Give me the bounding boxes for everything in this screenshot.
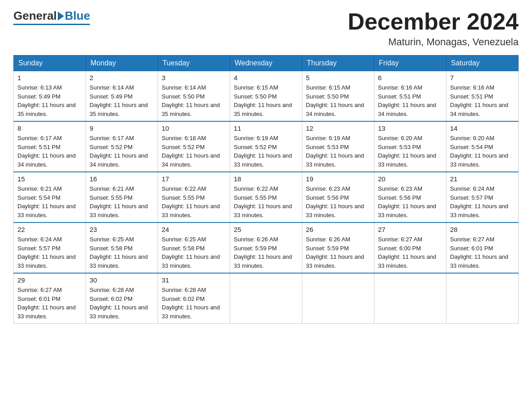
day-number: 29 [17,276,82,284]
table-row [374,273,446,324]
table-row: 24Sunrise: 6:25 AMSunset: 5:58 PMDayligh… [158,223,230,273]
day-info: Sunrise: 6:27 AMSunset: 6:01 PMDaylight:… [17,286,82,321]
table-row: 18Sunrise: 6:22 AMSunset: 5:55 PMDayligh… [230,172,302,223]
table-row: 20Sunrise: 6:23 AMSunset: 5:56 PMDayligh… [374,172,446,223]
day-number: 8 [17,124,82,132]
day-number: 6 [378,74,442,81]
day-number: 10 [162,124,226,132]
header-sunday: Sunday [14,56,86,71]
table-row: 7Sunrise: 6:16 AMSunset: 5:51 PMDaylight… [446,71,519,122]
day-info: Sunrise: 6:18 AMSunset: 5:52 PMDaylight:… [162,134,226,169]
table-row: 25Sunrise: 6:26 AMSunset: 5:59 PMDayligh… [230,223,302,273]
header-wednesday: Wednesday [230,56,302,71]
day-info: Sunrise: 6:15 AMSunset: 5:50 PMDaylight:… [306,83,370,118]
table-row: 11Sunrise: 6:19 AMSunset: 5:52 PMDayligh… [230,121,302,172]
table-row: 29Sunrise: 6:27 AMSunset: 6:01 PMDayligh… [14,273,86,324]
day-info: Sunrise: 6:20 AMSunset: 5:54 PMDaylight:… [450,134,515,169]
day-info: Sunrise: 6:16 AMSunset: 5:51 PMDaylight:… [378,83,442,118]
table-row: 10Sunrise: 6:18 AMSunset: 5:52 PMDayligh… [158,121,230,172]
table-row: 6Sunrise: 6:16 AMSunset: 5:51 PMDaylight… [374,71,446,122]
day-number: 4 [234,74,298,81]
table-row: 16Sunrise: 6:21 AMSunset: 5:55 PMDayligh… [86,172,158,223]
table-row: 3Sunrise: 6:14 AMSunset: 5:50 PMDaylight… [158,71,230,122]
day-info: Sunrise: 6:28 AMSunset: 6:02 PMDaylight:… [162,286,226,321]
day-info: Sunrise: 6:17 AMSunset: 5:51 PMDaylight:… [17,134,82,169]
day-info: Sunrise: 6:19 AMSunset: 5:52 PMDaylight:… [234,134,298,169]
calendar-week-4: 22Sunrise: 6:24 AMSunset: 5:57 PMDayligh… [14,223,519,273]
day-info: Sunrise: 6:26 AMSunset: 5:59 PMDaylight:… [306,235,370,270]
day-number: 24 [162,226,226,233]
table-row: 17Sunrise: 6:22 AMSunset: 5:55 PMDayligh… [158,172,230,223]
day-info: Sunrise: 6:26 AMSunset: 5:59 PMDaylight:… [234,235,298,270]
table-row: 12Sunrise: 6:19 AMSunset: 5:53 PMDayligh… [302,121,374,172]
day-number: 30 [90,276,154,284]
day-number: 3 [162,74,226,81]
day-info: Sunrise: 6:16 AMSunset: 5:51 PMDaylight:… [450,83,515,118]
table-row: 1Sunrise: 6:13 AMSunset: 5:49 PMDaylight… [14,71,86,122]
day-number: 22 [17,226,82,233]
day-number: 26 [306,226,370,233]
calendar-table: Sunday Monday Tuesday Wednesday Thursday… [13,55,519,324]
table-row: 26Sunrise: 6:26 AMSunset: 5:59 PMDayligh… [302,223,374,273]
header-saturday: Saturday [446,56,519,71]
calendar-week-1: 1Sunrise: 6:13 AMSunset: 5:49 PMDaylight… [14,71,519,122]
month-title: December 2024 [348,9,519,34]
calendar-header: Sunday Monday Tuesday Wednesday Thursday… [14,56,519,71]
day-info: Sunrise: 6:25 AMSunset: 5:58 PMDaylight:… [162,235,226,270]
day-number: 23 [90,226,154,233]
table-row [230,273,302,324]
day-info: Sunrise: 6:15 AMSunset: 5:50 PMDaylight:… [234,83,298,118]
header-monday: Monday [86,56,158,71]
day-number: 14 [450,124,515,132]
day-number: 21 [450,175,515,183]
table-row: 2Sunrise: 6:14 AMSunset: 5:49 PMDaylight… [86,71,158,122]
table-row: 27Sunrise: 6:27 AMSunset: 6:00 PMDayligh… [374,223,446,273]
table-row: 9Sunrise: 6:17 AMSunset: 5:52 PMDaylight… [86,121,158,172]
table-row: 15Sunrise: 6:21 AMSunset: 5:54 PMDayligh… [14,172,86,223]
table-row: 19Sunrise: 6:23 AMSunset: 5:56 PMDayligh… [302,172,374,223]
day-info: Sunrise: 6:25 AMSunset: 5:58 PMDaylight:… [90,235,154,270]
header-friday: Friday [374,56,446,71]
table-row: 4Sunrise: 6:15 AMSunset: 5:50 PMDaylight… [230,71,302,122]
day-number: 11 [234,124,298,132]
logo-general-text: General [13,9,57,23]
day-number: 19 [306,175,370,183]
table-row [302,273,374,324]
page-header: General Blue December 2024 Maturin, Mona… [13,9,519,48]
table-row: 8Sunrise: 6:17 AMSunset: 5:51 PMDaylight… [14,121,86,172]
day-number: 16 [90,175,154,183]
table-row: 30Sunrise: 6:28 AMSunset: 6:02 PMDayligh… [86,273,158,324]
logo-arrow-icon [58,12,64,21]
day-number: 9 [90,124,154,132]
calendar-week-2: 8Sunrise: 6:17 AMSunset: 5:51 PMDaylight… [14,121,519,172]
header-tuesday: Tuesday [158,56,230,71]
day-number: 17 [162,175,226,183]
day-info: Sunrise: 6:27 AMSunset: 6:00 PMDaylight:… [378,235,442,270]
day-info: Sunrise: 6:19 AMSunset: 5:53 PMDaylight:… [306,134,370,169]
day-info: Sunrise: 6:24 AMSunset: 5:57 PMDaylight:… [17,235,82,270]
day-number: 20 [378,175,442,183]
logo-blue-text: Blue [65,9,90,23]
day-info: Sunrise: 6:21 AMSunset: 5:54 PMDaylight:… [17,184,82,219]
table-row: 22Sunrise: 6:24 AMSunset: 5:57 PMDayligh… [14,223,86,273]
day-info: Sunrise: 6:24 AMSunset: 5:57 PMDaylight:… [450,184,515,219]
day-info: Sunrise: 6:14 AMSunset: 5:50 PMDaylight:… [162,83,226,118]
day-info: Sunrise: 6:22 AMSunset: 5:55 PMDaylight:… [234,184,298,219]
day-info: Sunrise: 6:28 AMSunset: 6:02 PMDaylight:… [90,286,154,321]
days-header-row: Sunday Monday Tuesday Wednesday Thursday… [14,56,519,71]
day-number: 13 [378,124,442,132]
day-number: 15 [17,175,82,183]
title-block: December 2024 Maturin, Monagas, Venezuel… [348,9,519,48]
day-info: Sunrise: 6:23 AMSunset: 5:56 PMDaylight:… [378,184,442,219]
day-info: Sunrise: 6:27 AMSunset: 6:01 PMDaylight:… [450,235,515,270]
logo-underline [13,24,90,25]
day-number: 18 [234,175,298,183]
day-number: 7 [450,74,515,81]
table-row: 13Sunrise: 6:20 AMSunset: 5:53 PMDayligh… [374,121,446,172]
table-row: 31Sunrise: 6:28 AMSunset: 6:02 PMDayligh… [158,273,230,324]
table-row: 21Sunrise: 6:24 AMSunset: 5:57 PMDayligh… [446,172,519,223]
day-info: Sunrise: 6:13 AMSunset: 5:49 PMDaylight:… [17,83,82,118]
table-row: 5Sunrise: 6:15 AMSunset: 5:50 PMDaylight… [302,71,374,122]
day-number: 28 [450,226,515,233]
day-number: 5 [306,74,370,81]
